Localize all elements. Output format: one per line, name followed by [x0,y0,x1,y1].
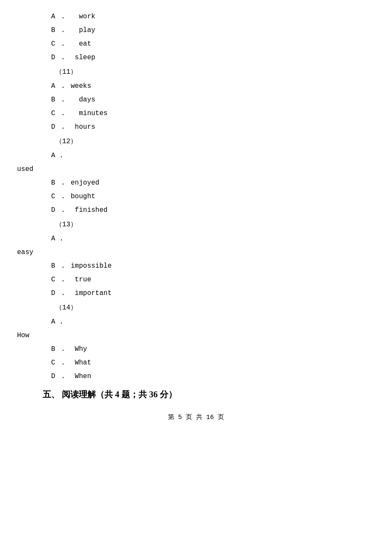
option-text: days [71,96,95,104]
q12-options: A . used B . enjoyed C . bought D . fini… [17,152,375,214]
option-label: B . [51,26,68,34]
option-row: D . important [17,289,375,297]
option-label: A . [17,152,68,159]
option-row: C . minutes [17,110,375,117]
option-row: B . enjoyed [17,179,375,187]
option-label: C . [51,110,68,117]
option-text: true [71,276,91,283]
option-label: D . [51,373,68,380]
option-text: minutes [71,110,107,117]
question-12-num: （12） [17,137,375,146]
question-13-num: （13） [17,220,375,229]
option-row: C . eat [17,40,375,48]
option-row: C . bought [17,193,375,200]
option-row: B . days [17,96,375,104]
option-label: B . [51,96,68,104]
option-label: B . [51,262,68,270]
option-text: Why [71,345,87,353]
option-row: C . What [17,359,375,367]
option-text: weeks [71,82,91,90]
option-text: important [71,289,112,297]
question-11-num: （11） [17,67,375,76]
option-text: What [71,359,91,367]
section-title: 五、 阅读理解（共 4 题；共 36 分） [17,389,375,400]
page-content: A . work B . play C . eat D . sleep （11）… [0,9,392,425]
option-row: B . play [17,26,375,34]
option-row: D . sleep [17,54,375,61]
option-text: finished [71,206,107,214]
option-a-text-easy: easy [17,249,375,256]
option-a-row: A . [17,318,375,326]
option-text: hours [71,123,95,131]
option-text: sleep [71,54,95,61]
option-row: A . weeks [17,82,375,90]
option-row: B . Why [17,345,375,353]
q13-options: A . easy B . impossible C . true D . imp… [17,235,375,297]
q11-options: A . weeks B . days C . minutes D . hours [17,82,375,131]
option-label: A . [17,235,68,243]
option-label: D . [51,123,68,131]
option-text: eat [71,40,91,48]
option-row: D . hours [17,123,375,131]
option-row: B . impossible [17,262,375,270]
option-label: C . [51,193,68,200]
option-a-text-how: How [17,332,375,339]
question-14-num: （14） [17,303,375,312]
option-text: bought [71,193,95,200]
option-label: B . [51,345,68,353]
option-row: D . finished [17,206,375,214]
option-row: D . When [17,373,375,380]
option-label: C . [51,359,68,367]
option-text: When [71,373,91,380]
option-label: C . [51,40,68,48]
option-a-row: A . [17,235,375,243]
q14-options: A . How B . Why C . What D . When [17,318,375,380]
option-a-text-used: used [17,165,375,173]
option-text: work [71,13,95,20]
option-label: A . [17,318,68,326]
option-label: D . [51,206,68,214]
option-label: B . [51,179,68,187]
page-footer: 第 5 页 共 16 页 [17,413,375,421]
option-label: A . [51,82,68,90]
option-label: D . [51,289,68,297]
option-a-row: A . [17,152,375,159]
option-row: A . work [17,13,375,20]
option-label: C . [51,276,68,283]
option-text: play [71,26,95,34]
option-row: C . true [17,276,375,283]
option-label: D . [51,54,68,61]
option-text: enjoyed [71,179,99,187]
option-label: A . [51,13,68,20]
option-text: impossible [71,262,112,270]
q10-options: A . work B . play C . eat D . sleep [17,13,375,61]
